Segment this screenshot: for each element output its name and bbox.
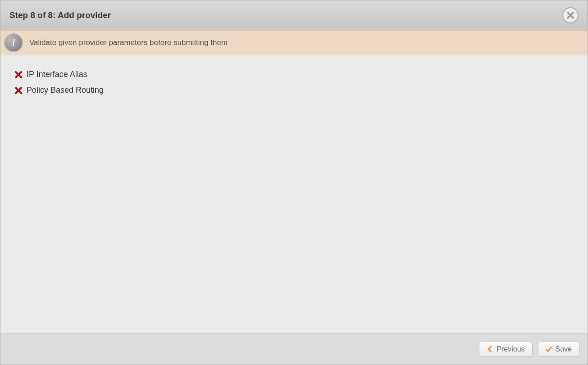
save-button[interactable]: Save [538, 342, 579, 357]
validation-item-label: IP Interface Alias [27, 70, 87, 79]
list-item: IP Interface Alias [15, 70, 573, 79]
dialog-footer: Previous Save [0, 333, 588, 365]
validation-item-label: Policy Based Routing [27, 86, 104, 95]
dialog-body: IP Interface Alias Policy Based Routing [0, 55, 588, 333]
dialog-header: Step 8 of 8: Add provider [0, 0, 588, 30]
info-message: Validate given provider parameters befor… [29, 38, 228, 47]
chevron-left-icon [487, 346, 493, 352]
close-button[interactable] [562, 7, 579, 23]
error-x-icon [15, 87, 22, 94]
save-button-label: Save [556, 345, 572, 353]
info-icon: i [4, 33, 23, 52]
list-item: Policy Based Routing [15, 86, 573, 95]
info-banner: i Validate given provider parameters bef… [0, 30, 588, 55]
check-icon [546, 346, 552, 352]
close-icon [567, 12, 574, 19]
dialog-title: Step 8 of 8: Add provider [9, 10, 111, 20]
wizard-dialog: Step 8 of 8: Add provider i Validate giv… [0, 0, 588, 365]
previous-button[interactable]: Previous [479, 342, 532, 357]
previous-button-label: Previous [497, 345, 524, 353]
error-x-icon [15, 71, 22, 78]
